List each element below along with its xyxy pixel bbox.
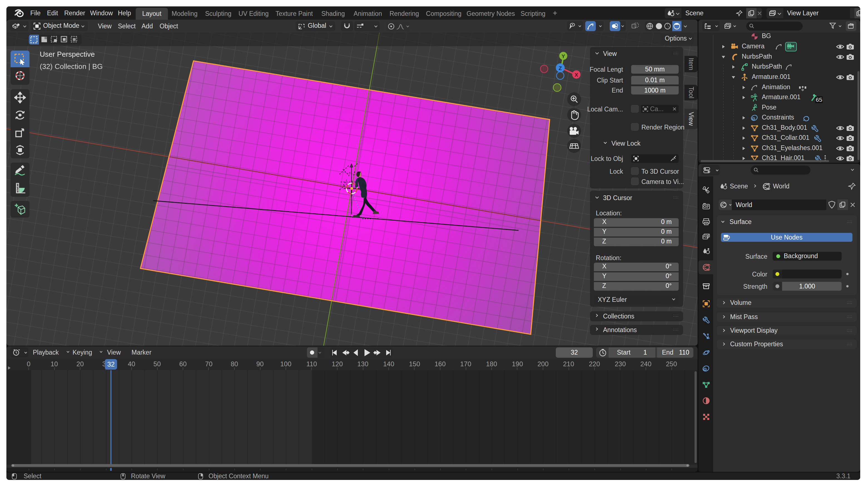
- svg-text:Z: Z: [559, 65, 562, 71]
- svg-text:(32) Collection | BG: (32) Collection | BG: [40, 62, 102, 71]
- svg-text:X: X: [575, 72, 578, 78]
- svg-text:User Perspective: User Perspective: [40, 50, 95, 58]
- svg-text:Y: Y: [562, 53, 565, 59]
